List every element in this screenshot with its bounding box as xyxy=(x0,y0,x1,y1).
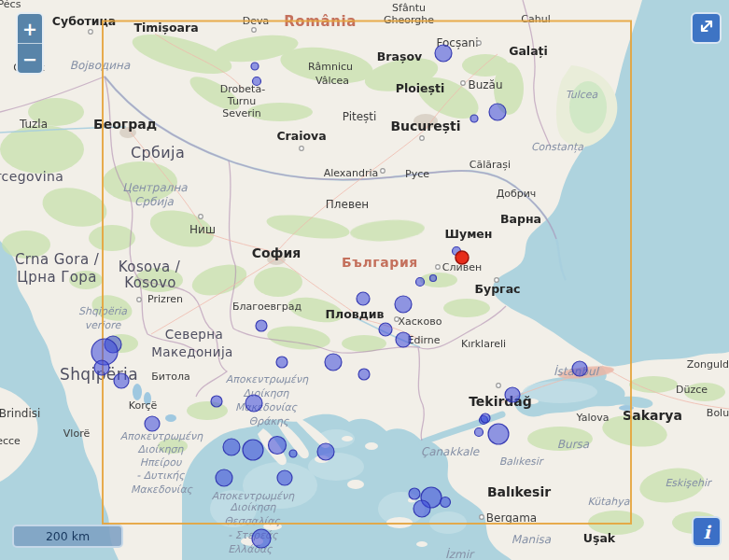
earthquake-marker[interactable] xyxy=(414,500,430,517)
town-dot xyxy=(199,215,203,219)
earthquake-marker[interactable] xyxy=(441,497,451,508)
earthquake-marker[interactable] xyxy=(114,373,129,388)
town-dot xyxy=(300,147,304,151)
earthquake-marker[interactable] xyxy=(245,395,262,412)
earthquake-marker[interactable] xyxy=(211,396,222,407)
info-button[interactable]: i xyxy=(692,516,722,547)
earthquake-marker[interactable] xyxy=(256,320,267,331)
town-dot xyxy=(137,298,142,302)
earthquake-marker[interactable] xyxy=(317,443,334,460)
earthquake-marker[interactable] xyxy=(395,296,412,313)
earthquake-marker[interactable] xyxy=(572,361,587,376)
map-canvas[interactable]: PécsСуботицаTimișoaraDevaRomâniaOsijekВо… xyxy=(0,0,729,560)
earthquake-marker[interactable] xyxy=(430,275,437,282)
town-dot xyxy=(252,28,257,33)
fullscreen-button[interactable] xyxy=(691,12,722,44)
town-dot xyxy=(381,169,386,174)
town-dot xyxy=(497,384,501,388)
earthquake-marker[interactable] xyxy=(253,77,261,86)
earthquake-marker[interactable] xyxy=(435,45,452,62)
town-dot xyxy=(420,136,425,141)
earthquake-marker[interactable] xyxy=(325,354,342,371)
earthquake-marker[interactable] xyxy=(216,469,232,486)
scale-bar: 200 km xyxy=(12,525,123,548)
earthquake-marker[interactable] xyxy=(94,360,109,375)
earthquake-marker[interactable] xyxy=(145,416,160,431)
earthquake-marker[interactable] xyxy=(357,292,370,305)
zoom-control[interactable]: + − xyxy=(16,12,44,75)
earthquake-marker[interactable] xyxy=(409,488,420,499)
zoom-in-button[interactable]: + xyxy=(18,14,42,44)
earthquake-marker[interactable] xyxy=(243,440,263,460)
earthquake-marker[interactable] xyxy=(276,357,287,368)
earthquake-marker[interactable] xyxy=(489,104,506,120)
earthquake-marker[interactable] xyxy=(379,323,392,336)
town-dot xyxy=(395,317,400,322)
town-dot xyxy=(495,278,499,283)
earthquake-marker[interactable] xyxy=(223,439,240,455)
earthquake-marker[interactable] xyxy=(481,413,490,423)
earthquake-marker[interactable] xyxy=(252,529,271,548)
earthquake-marker[interactable] xyxy=(505,387,520,402)
fullscreen-icon xyxy=(698,18,715,38)
town-dot xyxy=(477,41,482,46)
earthquake-marker[interactable] xyxy=(475,428,484,437)
earthquake-marker[interactable] xyxy=(251,63,259,70)
town-dot xyxy=(461,81,466,86)
earthquake-marker[interactable] xyxy=(470,115,478,122)
earthquake-marker[interactable] xyxy=(277,470,292,485)
town-dot xyxy=(480,515,484,520)
earthquake-marker[interactable] xyxy=(488,424,509,444)
earthquake-marker[interactable] xyxy=(416,278,425,287)
selection-bounding-box xyxy=(103,21,631,525)
highlighted-earthquake-marker[interactable] xyxy=(456,251,469,264)
town-dot xyxy=(89,30,93,35)
markers-layer xyxy=(0,0,729,560)
earthquake-marker[interactable] xyxy=(396,332,411,347)
town-dot xyxy=(436,265,441,270)
earthquake-marker[interactable] xyxy=(269,437,287,455)
earthquake-marker[interactable] xyxy=(289,450,297,457)
earthquake-marker[interactable] xyxy=(358,369,370,380)
zoom-out-button[interactable]: − xyxy=(18,44,42,73)
